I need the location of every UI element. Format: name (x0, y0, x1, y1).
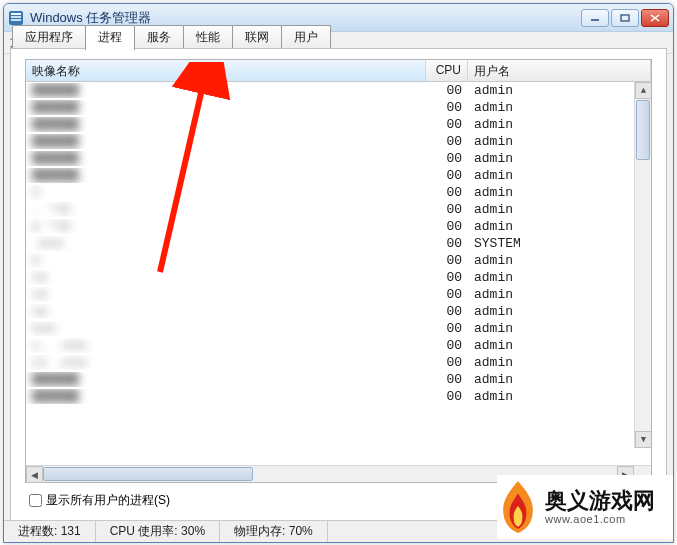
status-physical-memory: 物理内存: 70% (220, 521, 328, 542)
cell-cpu: 00 (426, 83, 468, 98)
table-row[interactable]: exe00admin (26, 320, 651, 337)
cell-user: admin (468, 270, 651, 285)
table-row[interactable]: ██████00admin (26, 133, 651, 150)
scroll-down-arrow-icon[interactable]: ▼ (635, 431, 651, 448)
cell-cpu: 00 (426, 219, 468, 234)
scroll-up-arrow-icon[interactable]: ▲ (635, 82, 651, 99)
table-row[interactable]: e00admin (26, 252, 651, 269)
cell-user: admin (468, 168, 651, 183)
svg-rect-5 (621, 15, 629, 21)
table-row[interactable]: ██████00admin (26, 82, 651, 99)
cell-user: admin (468, 185, 651, 200)
cell-image-name: ██████ (26, 100, 426, 115)
minimize-button[interactable] (581, 9, 609, 27)
cell-user: admin (468, 304, 651, 319)
table-row[interactable]: c. .exe00admin (26, 337, 651, 354)
table-row[interactable]: e *3200admin (26, 218, 651, 235)
cell-image-name: ██████ (26, 389, 426, 404)
process-rows[interactable]: ██████00admin██████00admin██████00admin█… (26, 82, 651, 465)
cell-cpu: 00 (426, 253, 468, 268)
task-manager-window: Windows 任务管理器 文件(F) 选项(O) 查看(V) 帮助(H) 应用… (3, 3, 674, 543)
cell-cpu: 00 (426, 100, 468, 115)
tab-networking[interactable]: 联网 (232, 25, 282, 49)
vertical-scroll-thumb[interactable] (636, 100, 650, 160)
cell-user: admin (468, 389, 651, 404)
cell-image-name: xe (26, 270, 426, 285)
horizontal-scroll-thumb[interactable] (43, 467, 253, 481)
cell-user: SYSTEM (468, 236, 651, 251)
show-all-users-row: 显示所有用户的进程(S) (29, 492, 170, 509)
tab-users[interactable]: 用户 (281, 25, 331, 49)
table-row[interactable]: ██████00admin (26, 388, 651, 405)
table-row[interactable]: xe00admin (26, 286, 651, 303)
cell-user: admin (468, 151, 651, 166)
process-list: 映像名称 CPU 用户名 ██████00admin██████00admin█… (25, 59, 652, 483)
tab-processes[interactable]: 进程 (85, 25, 135, 50)
cell-cpu: 00 (426, 202, 468, 217)
watermark-text-url: www.aoe1.com (545, 513, 655, 525)
cell-image-name: ██████ (26, 372, 426, 387)
table-row[interactable]: xe00admin (26, 303, 651, 320)
cell-image-name: ██████ (26, 117, 426, 132)
cell-image-name: xe (26, 287, 426, 302)
svg-rect-1 (11, 13, 21, 15)
cell-image-name: cl .exe (26, 355, 426, 370)
cell-cpu: 00 (426, 372, 468, 387)
cell-cpu: 00 (426, 151, 468, 166)
tab-services[interactable]: 服务 (134, 25, 184, 49)
status-process-count: 进程数: 131 (4, 521, 96, 542)
cell-user: admin (468, 219, 651, 234)
table-row[interactable]: ██████00admin (26, 150, 651, 167)
cell-cpu: 00 (426, 338, 468, 353)
cell-cpu: 00 (426, 185, 468, 200)
show-all-users-checkbox[interactable] (29, 494, 42, 507)
cell-user: admin (468, 321, 651, 336)
cell-cpu: 00 (426, 134, 468, 149)
cell-cpu: 00 (426, 321, 468, 336)
table-row[interactable]: . *3200admin (26, 201, 651, 218)
cell-image-name: ██████ (26, 151, 426, 166)
cell-user: admin (468, 355, 651, 370)
cell-user: admin (468, 287, 651, 302)
scroll-left-arrow-icon[interactable]: ◀ (26, 466, 43, 483)
cell-cpu: 00 (426, 270, 468, 285)
svg-rect-3 (11, 19, 21, 21)
cell-image-name: ██████ (26, 134, 426, 149)
cell-user: admin (468, 117, 651, 132)
cell-image-name: 2 (26, 185, 426, 200)
table-row[interactable]: cl .exe00admin (26, 354, 651, 371)
table-row[interactable]: 200admin (26, 184, 651, 201)
tab-content: 映像名称 CPU 用户名 ██████00admin██████00admin█… (10, 48, 667, 542)
table-row[interactable]: xe00admin (26, 269, 651, 286)
cell-cpu: 00 (426, 168, 468, 183)
cell-image-name: e (26, 253, 426, 268)
cell-image-name: . *32 (26, 202, 426, 217)
cell-image-name: ██████ (26, 168, 426, 183)
col-image-name[interactable]: 映像名称 (26, 60, 426, 81)
cell-image-name: .exe (26, 236, 426, 251)
col-user-name[interactable]: 用户名 (468, 60, 651, 81)
cell-cpu: 00 (426, 355, 468, 370)
cell-user: admin (468, 134, 651, 149)
table-row[interactable]: ██████00admin (26, 371, 651, 388)
table-row[interactable]: ██████00admin (26, 99, 651, 116)
cell-image-name: ██████ (26, 83, 426, 98)
cell-cpu: 00 (426, 389, 468, 404)
table-row[interactable]: ██████00admin (26, 167, 651, 184)
table-row[interactable]: ██████00admin (26, 116, 651, 133)
maximize-button[interactable] (611, 9, 639, 27)
table-row[interactable]: .exe00SYSTEM (26, 235, 651, 252)
window-title: Windows 任务管理器 (30, 9, 581, 27)
tab-performance[interactable]: 性能 (183, 25, 233, 49)
cell-user: admin (468, 202, 651, 217)
close-button[interactable] (641, 9, 669, 27)
tab-applications[interactable]: 应用程序 (12, 25, 86, 49)
app-icon (8, 10, 24, 26)
column-headers: 映像名称 CPU 用户名 (26, 60, 651, 82)
col-cpu[interactable]: CPU (426, 60, 468, 81)
cell-cpu: 00 (426, 287, 468, 302)
cell-user: admin (468, 83, 651, 98)
flame-icon (497, 479, 539, 535)
vertical-scrollbar[interactable]: ▲ ▼ (634, 82, 651, 448)
cell-user: admin (468, 253, 651, 268)
